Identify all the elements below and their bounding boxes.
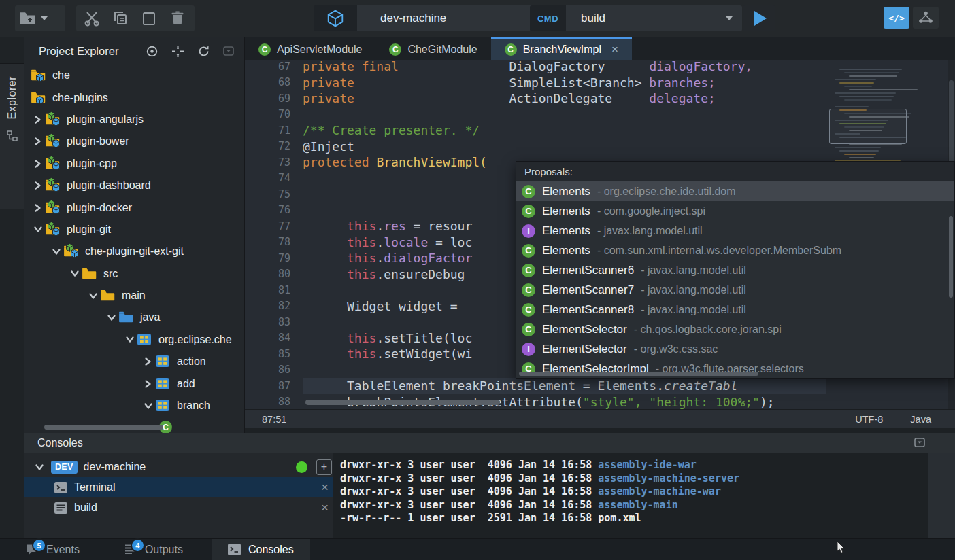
line-number[interactable]: 75 — [245, 188, 303, 200]
terminal-output[interactable]: drwxr-xr-x 3 user user 4096 Jan 14 16:58… — [333, 453, 928, 538]
proposal-item-ElementScanner6[interactable]: CElementScanner6- javax.lang.model.util — [516, 260, 954, 280]
machine-selector[interactable]: dev-machine — [314, 5, 550, 31]
tree-item-main[interactable]: main — [24, 285, 244, 307]
bottom-tab-Consoles[interactable]: Consoles — [212, 539, 310, 560]
line-number[interactable]: 68 — [245, 76, 303, 88]
code-line-87[interactable]: 87 TableElement breakPointsElement = Ele… — [245, 378, 826, 394]
chevron-right-icon[interactable] — [141, 379, 155, 389]
delete-icon[interactable] — [165, 10, 190, 27]
proposal-item-ElementScanner7[interactable]: CElementScanner7- javax.lang.model.util — [516, 280, 954, 300]
proposal-item-Elements[interactable]: IElements- javax.lang.model.util — [516, 221, 954, 241]
line-number[interactable]: 84 — [245, 332, 303, 344]
line-number[interactable]: 86 — [245, 364, 303, 376]
file-encoding[interactable]: UTF-8 — [855, 414, 883, 425]
tree-item-plugin-dashboard[interactable]: plugin-dashboard — [24, 175, 244, 196]
editor-hscrollbar[interactable] — [305, 400, 500, 405]
line-number[interactable]: 81 — [245, 284, 303, 296]
tree-item-plugin-docker[interactable]: plugin-docker — [24, 196, 244, 218]
proposal-item-ElementSelector[interactable]: IElementSelector- org.w3c.css.sac — [516, 339, 954, 359]
line-number[interactable]: 71 — [245, 124, 303, 137]
command-selector[interactable]: CMD build — [530, 5, 742, 31]
process-Terminal[interactable]: Terminal× — [24, 477, 333, 497]
line-number[interactable]: 70 — [245, 108, 303, 120]
tree-item-plugin-git[interactable]: plugin-git — [24, 219, 244, 241]
editor-tab-CheGitModule[interactable]: CCheGitModule — [375, 37, 490, 60]
tree-item-src[interactable]: src — [24, 263, 244, 285]
code-line-67[interactable]: 67private final DialogFactory dialogFact… — [245, 60, 826, 75]
editor-tab-BranchViewImpl[interactable]: CBranchViewImpl× — [491, 37, 632, 60]
line-number[interactable]: 83 — [245, 316, 303, 328]
close-process-icon[interactable]: × — [321, 500, 329, 515]
share-button[interactable] — [913, 7, 939, 29]
copy-icon[interactable] — [107, 10, 133, 27]
cut-icon[interactable] — [79, 10, 105, 27]
chevron-right-icon[interactable] — [31, 203, 45, 213]
bottom-tab-Events[interactable]: 5Events — [10, 539, 96, 560]
add-process-button[interactable]: + — [316, 459, 332, 475]
tree-item-plugin-angularjs[interactable]: plugin-angularjs — [24, 109, 244, 130]
tree-item-plugin-cpp[interactable]: plugin-cpp — [24, 153, 244, 175]
line-number[interactable]: 74 — [245, 172, 303, 184]
line-number[interactable]: 76 — [245, 204, 303, 216]
chevron-down-icon[interactable] — [31, 226, 45, 233]
proposal-item-Elements[interactable]: CElements- org.eclipse.che.ide.util.dom — [516, 181, 954, 201]
line-number[interactable]: 80 — [245, 268, 303, 280]
chevron-down-icon[interactable] — [122, 336, 137, 343]
code-line-69[interactable]: 69private ActionDelegate delegate; — [245, 90, 826, 107]
tree-item-che-plugins[interactable]: che-plugins — [24, 86, 244, 108]
line-number[interactable]: 88 — [245, 396, 303, 408]
toggle-editor-button[interactable]: </> — [884, 7, 909, 29]
code-line-68[interactable]: 68private SimpleList<Branch> branches; — [245, 75, 826, 91]
new-project-button[interactable] — [15, 5, 65, 31]
proposal-item-ElementSelector[interactable]: CElementSelector- ch.qos.logback.core.jo… — [516, 319, 954, 339]
explorer-hscrollbar[interactable] — [44, 425, 163, 430]
proposals-hscrollbar[interactable] — [519, 372, 758, 376]
code-line-70[interactable]: 70 — [245, 107, 826, 123]
tree-item-branch[interactable]: branch — [24, 395, 244, 417]
chevron-down-icon[interactable] — [141, 402, 155, 410]
tree-item-che[interactable]: che — [24, 65, 244, 86]
minimize-panel-icon[interactable] — [223, 46, 234, 56]
line-number[interactable]: 82 — [245, 300, 303, 312]
chevron-down-icon[interactable] — [67, 270, 82, 277]
panel-splitter[interactable] — [245, 428, 955, 433]
proposal-item-ElementScanner8[interactable]: CElementScanner8- javax.lang.model.util — [516, 300, 954, 319]
chevron-down-icon[interactable] — [726, 16, 733, 20]
tree-item-action[interactable]: action — [24, 351, 244, 372]
tree-item-add[interactable]: add — [24, 372, 244, 394]
line-number[interactable]: 69 — [245, 92, 303, 105]
scroll-to-source-icon[interactable] — [146, 45, 158, 58]
proposal-item-Elements[interactable]: CElements- com.google.inject.spi — [516, 201, 954, 221]
minimap-viewport[interactable] — [829, 109, 907, 144]
refresh-icon[interactable] — [197, 45, 210, 58]
chevron-down-icon[interactable] — [49, 248, 63, 256]
minimize-panel-icon[interactable] — [914, 438, 925, 447]
chevron-right-icon[interactable] — [31, 159, 45, 169]
explorer-vertical-tab[interactable]: Explorer — [0, 63, 24, 209]
chevron-down-icon[interactable] — [86, 292, 100, 300]
machine-node-dev-machine[interactable]: DEVdev-machine+ — [24, 457, 333, 477]
editor-tab-ApiServletModule[interactable]: CApiServletModule — [245, 37, 375, 60]
run-command-button[interactable] — [743, 5, 775, 31]
tree-item-org.eclipse.che[interactable]: org.eclipse.che — [24, 329, 244, 351]
close-tab-icon[interactable]: × — [611, 43, 618, 56]
chevron-down-icon[interactable] — [32, 463, 47, 471]
tree-item-java[interactable]: java — [24, 307, 244, 328]
chevron-right-icon[interactable] — [31, 115, 45, 124]
process-build[interactable]: build× — [24, 497, 333, 518]
close-process-icon[interactable]: × — [321, 480, 329, 495]
bottom-tab-Outputs[interactable]: 4Outputs — [108, 539, 199, 560]
line-number[interactable]: 85 — [245, 348, 303, 360]
proposal-item-Elements[interactable]: CElements- com.sun.xml.internal.ws.devel… — [516, 241, 954, 260]
code-line-72[interactable]: 72@Inject — [245, 139, 826, 155]
proposals-vscrollbar[interactable] — [949, 216, 953, 298]
code-line-71[interactable]: 71/** Create presenter. */ — [245, 122, 826, 139]
chevron-right-icon[interactable] — [31, 181, 45, 190]
line-number[interactable]: 87 — [245, 380, 303, 392]
line-number[interactable]: 79 — [245, 252, 303, 264]
collapse-all-icon[interactable] — [171, 45, 184, 58]
paste-icon[interactable] — [136, 10, 162, 27]
line-number[interactable]: 67 — [245, 60, 303, 73]
line-number[interactable]: 72 — [245, 140, 303, 152]
chevron-down-icon[interactable] — [104, 314, 118, 321]
